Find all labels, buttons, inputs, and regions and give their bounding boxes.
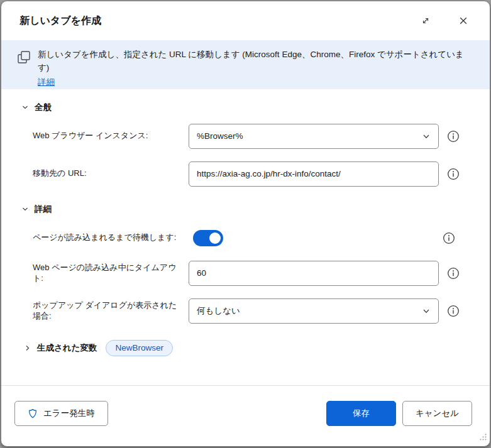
field-row-timeout: Web ページの読み込み中にタイムアウト: [33, 261, 472, 286]
close-glyph [458, 16, 468, 26]
popup-label: ポップアップ ダイアログが表示された場合: [33, 300, 189, 322]
on-error-label: エラー発生時 [43, 408, 95, 419]
action-info-banner: 新しいタブを作成し、指定された URL に移動します (Microsoft Ed… [1, 40, 490, 89]
variables-label[interactable]: 生成された変数 [37, 342, 97, 354]
resize-diagonal-icon[interactable] [416, 11, 436, 31]
url-label: 移動先の URL: [33, 168, 189, 179]
save-button[interactable]: 保存 [326, 401, 396, 426]
close-icon[interactable] [453, 11, 473, 31]
section-advanced[interactable]: 詳細 [21, 204, 472, 215]
browser-instance-label: Web ブラウザー インスタンス: [33, 131, 189, 141]
info-icon[interactable] [446, 304, 460, 318]
info-icon[interactable] [446, 129, 460, 143]
info-icon[interactable] [446, 167, 460, 181]
resize-diagonal-glyph [421, 16, 431, 26]
section-general[interactable]: 全般 [21, 102, 472, 113]
on-error-button[interactable]: エラー発生時 [14, 401, 108, 426]
popup-dropdown[interactable]: 何もしない [189, 298, 439, 324]
resize-grip[interactable] [478, 432, 487, 444]
url-input[interactable] [189, 161, 439, 187]
section-general-label: 全般 [35, 102, 52, 113]
section-variables: 生成された変数 NewBrowser [24, 340, 472, 356]
chevron-down-icon [422, 132, 431, 141]
dialog-content: 全般 Web ブラウザー インスタンス: %Browser% [1, 89, 490, 385]
browser-instance-dropdown[interactable]: %Browser% [189, 124, 439, 149]
cancel-button[interactable]: キャンセル [402, 401, 472, 426]
chevron-down-icon [422, 307, 431, 315]
chevron-down-icon [21, 104, 29, 111]
timeout-input[interactable] [189, 261, 439, 286]
variable-badge[interactable]: NewBrowser [106, 340, 173, 356]
new-tab-icon [16, 50, 31, 67]
field-row-url: 移動先の URL: [33, 161, 472, 187]
timeout-label: Web ページの読み込み中にタイムアウト: [33, 263, 189, 284]
toggle-knob [209, 232, 221, 244]
banner-body: 新しいタブを作成し、指定された URL に移動します (Microsoft Ed… [38, 48, 472, 89]
banner-description: 新しいタブを作成し、指定された URL に移動します (Microsoft Ed… [38, 48, 472, 75]
chevron-right-icon[interactable] [24, 344, 31, 352]
field-row-popup: ポップアップ ダイアログが表示された場合: 何もしない [33, 298, 472, 324]
details-link[interactable]: 詳細 [38, 76, 55, 89]
browser-instance-value: %Browser% [197, 131, 243, 141]
dialog-title: 新しいタブを作成 [19, 14, 398, 28]
dialog-footer: エラー発生時 保存 キャンセル [1, 385, 490, 446]
info-icon[interactable] [442, 231, 456, 245]
create-new-tab-dialog: 新しいタブを作成 新しいタブを作成し、指定された URL に移動します (Mic… [1, 1, 490, 447]
chevron-down-icon [21, 205, 29, 213]
wait-load-toggle[interactable] [193, 230, 223, 246]
popup-value: 何もしない [197, 305, 240, 317]
dialog-titlebar: 新しいタブを作成 [1, 1, 490, 40]
info-icon[interactable] [446, 266, 460, 280]
shield-icon [28, 408, 38, 419]
wait-load-label: ページが読み込まれるまで待機します: [33, 232, 189, 243]
field-row-wait-load: ページが読み込まれるまで待機します: [33, 226, 472, 251]
section-advanced-label: 詳細 [35, 204, 52, 215]
field-row-browser-instance: Web ブラウザー インスタンス: %Browser% [33, 124, 472, 149]
